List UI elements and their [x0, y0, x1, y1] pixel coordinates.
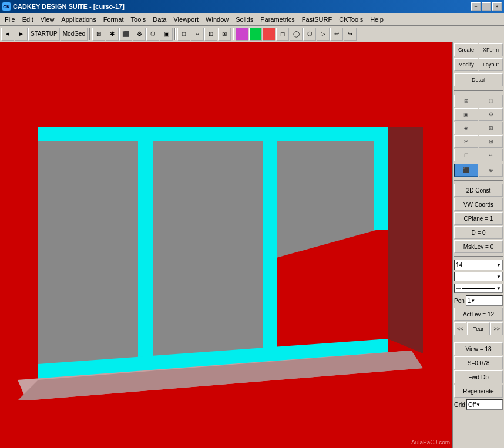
- toolbar-btn-13[interactable]: ⬡: [303, 28, 316, 41]
- icon-btn-1[interactable]: ⊞: [454, 95, 478, 107]
- toolbar-btn-10[interactable]: ⊠: [218, 28, 231, 41]
- line-arrow-2: ▼: [496, 286, 501, 291]
- minimize-button[interactable]: −: [471, 2, 481, 11]
- menu-data[interactable]: Data: [149, 15, 170, 24]
- panel-tear-btn[interactable]: Tear: [467, 322, 490, 335]
- toolbar-btn-16[interactable]: ↪: [344, 28, 357, 41]
- menu-fastsurf[interactable]: FastSURF: [298, 15, 335, 24]
- panel-divider-2: [454, 180, 503, 181]
- panel-regenerate-btn[interactable]: Regenerate: [454, 385, 503, 398]
- icon-btn-9[interactable]: ◻: [454, 149, 478, 161]
- menu-applications[interactable]: Applications: [58, 15, 99, 24]
- icon-btn-8[interactable]: ⊠: [479, 135, 503, 148]
- menu-window[interactable]: Window: [202, 15, 232, 24]
- svg-marker-4: [138, 127, 153, 368]
- svg-marker-11: [38, 127, 388, 141]
- panel-line-row-2[interactable]: — ▼: [454, 284, 503, 293]
- menu-parametrics[interactable]: Parametrics: [257, 15, 298, 24]
- toolbar-sep2: [174, 28, 176, 40]
- menu-viewport[interactable]: Viewport: [170, 15, 202, 24]
- close-button[interactable]: ×: [492, 2, 502, 11]
- panel-scale-btn[interactable]: S=0.078: [454, 356, 503, 369]
- title-bar-left: CK CADKEY DESIGN SUITE - [curso-17]: [2, 2, 125, 11]
- menu-tools[interactable]: Tools: [127, 15, 150, 24]
- toolbar-btn-14[interactable]: ▷: [317, 28, 330, 41]
- panel-tear-prev-btn[interactable]: <<: [454, 322, 466, 335]
- icon-btn-10[interactable]: ↔: [479, 149, 503, 161]
- menu-file[interactable]: File: [1, 15, 19, 24]
- panel-modify-tab[interactable]: Modify: [454, 58, 478, 71]
- menu-view[interactable]: View: [37, 15, 58, 24]
- icon-btn-7[interactable]: ✂: [454, 135, 478, 148]
- panel-tear-next-btn[interactable]: >>: [490, 322, 503, 335]
- main-area: AulaPaCJ.com Create XForm Modify Layout …: [0, 42, 504, 448]
- panel-vw-coords-btn[interactable]: VW Coords: [454, 198, 503, 211]
- toolbar: ◄ ► STARTUP ModGeo ⊞ ✱ ⬛ ⚙ ⬡ ▣ □ ↔ ⊡ ⊠ ◻…: [0, 26, 504, 42]
- menu-cktools[interactable]: CKTools: [335, 15, 367, 24]
- toolbar-btn-color3[interactable]: [263, 28, 275, 41]
- toolbar-btn-12[interactable]: ◯: [290, 28, 303, 41]
- menu-edit[interactable]: Edit: [19, 15, 37, 24]
- right-panel: Create XForm Modify Layout Detail ⊞ ⬡ ▣ …: [452, 42, 504, 448]
- panel-d-value-btn[interactable]: D = 0: [454, 226, 503, 239]
- toolbar-btn-5[interactable]: ⬡: [146, 28, 159, 41]
- grid-label: Grid: [454, 402, 465, 408]
- icon-btn-6[interactable]: ⊡: [479, 122, 503, 134]
- svg-text:AulaPaCJ.com: AulaPaCJ.com: [411, 439, 450, 446]
- svg-marker-10: [388, 127, 423, 353]
- icon-btn-3[interactable]: ▣: [454, 108, 478, 121]
- title-text: CADKEY DESIGN SUITE - [curso-17]: [13, 3, 125, 10]
- menu-format[interactable]: Format: [100, 15, 127, 24]
- panel-layout-tab[interactable]: Layout: [479, 58, 503, 71]
- panel-view-btn[interactable]: View = 18: [454, 342, 503, 355]
- panel-grid-dropdown[interactable]: Off ▼: [466, 399, 503, 410]
- panel-tear-row: << Tear >>: [454, 322, 503, 335]
- panel-level-dropdown[interactable]: 14 ▼: [454, 260, 503, 270]
- toolbar-btn-2[interactable]: ✱: [106, 28, 119, 41]
- icon-btn-11[interactable]: ⬛: [454, 164, 478, 177]
- panel-xform-tab[interactable]: XForm: [479, 43, 503, 56]
- toolbar-modgeo-label[interactable]: ModGeo: [61, 28, 88, 41]
- title-bar-controls[interactable]: − □ ×: [471, 2, 502, 11]
- toolbar-btn-8[interactable]: ↔: [191, 28, 204, 41]
- toolbar-fwd-btn[interactable]: ►: [15, 28, 28, 41]
- panel-2d-const-btn[interactable]: 2D Const: [454, 184, 503, 197]
- svg-marker-6: [374, 127, 388, 230]
- toolbar-btn-11[interactable]: ◻: [276, 28, 289, 41]
- icon-btn-5[interactable]: ◈: [454, 122, 478, 134]
- panel-actlev-btn[interactable]: ActLev = 12: [454, 308, 503, 321]
- menu-help[interactable]: Help: [367, 15, 387, 24]
- toolbar-btn-color1[interactable]: [236, 28, 248, 41]
- toolbar-btn-15[interactable]: ↩: [330, 28, 343, 41]
- toolbar-btn-9[interactable]: ⊡: [204, 28, 217, 41]
- panel-cplane-btn[interactable]: CPlane = 1: [454, 212, 503, 225]
- panel-fwddb-btn[interactable]: Fwd Db: [454, 370, 503, 383]
- icon-btn-2[interactable]: ⬡: [479, 95, 503, 107]
- panel-detail-tab[interactable]: Detail: [454, 73, 503, 86]
- toolbar-btn-7[interactable]: □: [177, 28, 190, 41]
- svg-marker-1: [38, 133, 144, 383]
- icon-btn-12[interactable]: ⊕: [479, 164, 503, 177]
- toolbar-btn-1[interactable]: ⊞: [92, 28, 105, 41]
- panel-create-tab[interactable]: Create: [454, 43, 478, 56]
- maximize-button[interactable]: □: [482, 2, 491, 11]
- toolbar-startup-label[interactable]: STARTUP: [28, 28, 60, 41]
- menu-bar: File Edit View Applications Format Tools…: [0, 13, 504, 26]
- panel-icon-grid-1: ⊞ ⬡ ▣ ⚙ ◈ ⊡ ✂ ⊠ ◻ ↔: [454, 95, 503, 161]
- toolbar-btn-3[interactable]: ⬛: [119, 28, 132, 41]
- panel-msklev-btn[interactable]: MskLev = 0: [454, 240, 503, 253]
- line-arrow-1: ▼: [496, 274, 501, 279]
- panel-line-row-1[interactable]: — ▼: [454, 272, 503, 281]
- panel-grid-row: Grid Off ▼: [454, 399, 503, 410]
- icon-btn-4[interactable]: ⚙: [479, 108, 503, 121]
- toolbar-btn-4[interactable]: ⚙: [133, 28, 146, 41]
- menu-solids[interactable]: Solids: [232, 15, 257, 24]
- viewport[interactable]: AulaPaCJ.com: [0, 42, 452, 448]
- panel-divider-1: [454, 90, 503, 91]
- panel-icon-grid-2: ⬛ ⊕: [454, 164, 503, 177]
- panel-pen-dropdown[interactable]: 1 ▼: [466, 295, 503, 306]
- grid-value: Off: [468, 402, 476, 408]
- toolbar-btn-6[interactable]: ▣: [160, 28, 173, 41]
- toolbar-back-btn[interactable]: ◄: [1, 28, 14, 41]
- toolbar-btn-color2[interactable]: [249, 28, 262, 41]
